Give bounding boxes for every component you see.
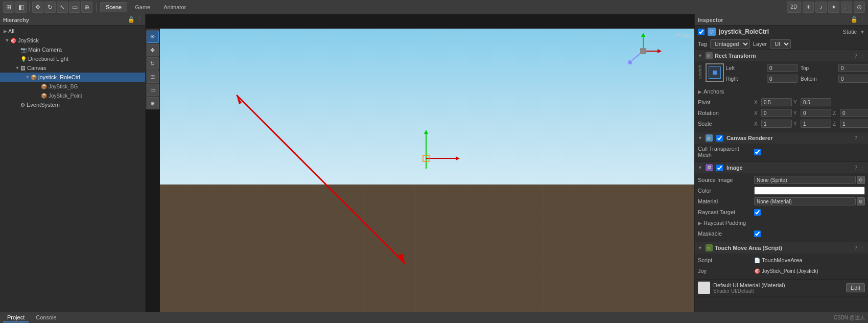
- audio-toggle[interactable]: ♪: [815, 2, 827, 13]
- source-image-picker[interactable]: ⊙: [857, 176, 865, 184]
- layer-dropdown[interactable]: UI: [770, 39, 791, 49]
- move-tool-icon[interactable]: ✥: [32, 2, 43, 13]
- rect-row-right: Right Bottom: [726, 74, 868, 83]
- hierarchy-item-rolectrl[interactable]: ▼ 📦 joystick_RoleCtrl: [0, 73, 145, 82]
- rotate-tool-icon[interactable]: ↻: [44, 2, 56, 13]
- eye-tool-btn[interactable]: 👁: [147, 31, 159, 43]
- hierarchy-lock-icon[interactable]: 🔓: [128, 16, 135, 23]
- rect-transform-menu[interactable]: ⋮: [859, 53, 865, 59]
- canvas-renderer-menu[interactable]: ⋮: [859, 135, 865, 142]
- custom-btn[interactable]: ⊕: [147, 97, 159, 109]
- touch-move-area-content: Script 📄 TouchMoveArea Joy 🎯 JoyStick_Po…: [695, 253, 868, 279]
- touch-move-area-menu[interactable]: ⋮: [859, 245, 865, 251]
- rolectrl-arrow: ▼: [25, 75, 31, 80]
- left-field[interactable]: [767, 64, 797, 72]
- scale-y-field[interactable]: [801, 120, 831, 128]
- rect-tool-icon[interactable]: ▭: [69, 2, 80, 13]
- light-toggle[interactable]: ☀: [803, 2, 814, 13]
- maskable-checkbox[interactable]: [754, 230, 761, 237]
- component-active-checkbox[interactable]: [698, 29, 705, 35]
- material-field[interactable]: [754, 197, 856, 205]
- image-arrow: ▼: [698, 165, 702, 170]
- grid-icon[interactable]: ⊞: [3, 2, 14, 13]
- hierarchy-item-joystick[interactable]: ▼ 🎯 JoyStick: [0, 36, 145, 45]
- anchors-expand-icon[interactable]: ▶: [698, 89, 702, 95]
- component-name: joystick_RoleCtrl: [719, 28, 840, 35]
- hierarchy-menu-icon[interactable]: ⋮: [136, 16, 142, 23]
- static-dropdown-icon[interactable]: ▼: [860, 29, 865, 35]
- zoom-btn[interactable]: ⊡: [147, 71, 159, 83]
- scale-tool-icon[interactable]: ⤡: [57, 2, 68, 13]
- hierarchy-item-joystick-point[interactable]: 📦 JoyStick_Point: [0, 91, 145, 100]
- cull-checkbox[interactable]: [754, 149, 761, 155]
- edit-button[interactable]: Edit: [846, 283, 865, 292]
- hierarchy-item-directional-light[interactable]: 💡 Directional Light: [0, 54, 145, 63]
- canvas-renderer-checkbox[interactable]: [716, 135, 723, 142]
- component-name-row: ⬡ joystick_RoleCtrl Static ▼: [695, 26, 868, 38]
- inspector-menu-icon[interactable]: ⋮: [859, 16, 865, 23]
- default-material-row: Default UI Material (Material) Shader UI…: [695, 280, 868, 296]
- image-menu[interactable]: ⋮: [859, 165, 865, 171]
- inspector-lock-icon[interactable]: 🔓: [851, 16, 858, 23]
- console-tab[interactable]: Console: [32, 313, 60, 322]
- raycast-padding-expand[interactable]: ▶: [698, 220, 702, 226]
- image-help[interactable]: ?: [854, 165, 857, 171]
- top-field[interactable]: [838, 64, 868, 72]
- rot-y-field[interactable]: [801, 109, 831, 117]
- point-icon: 📦: [41, 93, 47, 99]
- material-picker[interactable]: ⊙: [857, 197, 865, 205]
- pivot-x-field[interactable]: [761, 98, 792, 106]
- pivot-y-field[interactable]: [801, 98, 831, 106]
- cull-transparent-row: Cull Transparent Mesh: [698, 146, 865, 158]
- script-value: TouchMoveArea: [762, 257, 803, 263]
- material-info: Default UI Material (Material) Shader UI…: [713, 282, 843, 294]
- image-header[interactable]: ▼ 🖼 Image ? ⋮: [695, 162, 868, 173]
- rot-z-field[interactable]: [840, 109, 868, 117]
- camera-icon: 📷: [20, 47, 27, 53]
- hierarchy-title: Hierarchy: [3, 17, 29, 23]
- move-view-btn[interactable]: ✥: [147, 44, 159, 56]
- scene-viewport[interactable]: 👁 ✥ ↻ ⊡ ▭ ⊕ ← Persp: [146, 14, 694, 312]
- rect-select-btn[interactable]: ▭: [147, 84, 159, 96]
- effects-toggle[interactable]: ✦: [828, 2, 839, 13]
- hierarchy-item-joystick-bg[interactable]: 📦 JoyStick_BG: [0, 82, 145, 91]
- rotation-label: Rotation: [698, 110, 754, 116]
- scale-z-label: Z: [833, 121, 839, 127]
- tag-dropdown[interactable]: Untagged: [710, 39, 750, 49]
- hierarchy-item-main-camera[interactable]: 📷 Main Camera: [0, 45, 145, 54]
- transform-tool-icon[interactable]: ⊕: [81, 2, 92, 13]
- bottom-field[interactable]: [838, 75, 868, 83]
- rect-transform-header[interactable]: ▼ ⊞ Rect Transform ? ⋮: [695, 50, 868, 61]
- canvas-renderer-header[interactable]: ▼ ⊞ Canvas Renderer ? ⋮: [695, 132, 868, 144]
- orbit-btn[interactable]: ↻: [147, 57, 159, 70]
- scale-z-field[interactable]: [840, 120, 868, 128]
- hierarchy-item-canvas[interactable]: ▼ 🖼 Canvas: [0, 63, 145, 73]
- tab-game[interactable]: Game: [129, 2, 156, 12]
- project-tab[interactable]: Project: [3, 313, 29, 322]
- 2d-toggle[interactable]: 2D: [787, 2, 801, 13]
- hierarchy-item-eventsystem[interactable]: ⚙ EventSystem: [0, 100, 145, 109]
- rect-fields: Left Top Pos Z Right Bottom: [726, 63, 868, 85]
- right-field[interactable]: [767, 75, 797, 83]
- rect-transform-help[interactable]: ?: [854, 53, 857, 59]
- layers-icon[interactable]: ◧: [15, 2, 27, 13]
- rot-y-group: Y: [793, 109, 831, 117]
- tab-scene[interactable]: Scene: [100, 2, 127, 12]
- toolbar-right: 2D ☀ ♪ ✦ 🎥 ⊙: [787, 2, 865, 13]
- raycast-target-checkbox[interactable]: [754, 209, 761, 216]
- tab-animator[interactable]: Animator: [158, 2, 192, 12]
- source-image-field[interactable]: [754, 176, 856, 184]
- image-checkbox[interactable]: [716, 165, 723, 171]
- scale-x-field[interactable]: [761, 120, 792, 128]
- rot-x-field[interactable]: [761, 109, 792, 117]
- color-swatch[interactable]: [754, 187, 865, 195]
- bg-icon: 📦: [41, 84, 47, 89]
- rot-z-label: Z: [833, 110, 839, 116]
- hierarchy-item-all[interactable]: ▶ All: [0, 27, 145, 36]
- source-image-row: Source Image ⊙: [698, 175, 865, 184]
- camera-view-icon[interactable]: 🎥: [841, 2, 852, 13]
- touch-move-area-help[interactable]: ?: [854, 245, 857, 251]
- canvas-renderer-help[interactable]: ?: [854, 135, 857, 141]
- gizmos-toggle[interactable]: ⊙: [854, 2, 865, 13]
- touch-move-area-header[interactable]: ▼ ⎋ Touch Move Area (Script) ? ⋮: [695, 242, 868, 253]
